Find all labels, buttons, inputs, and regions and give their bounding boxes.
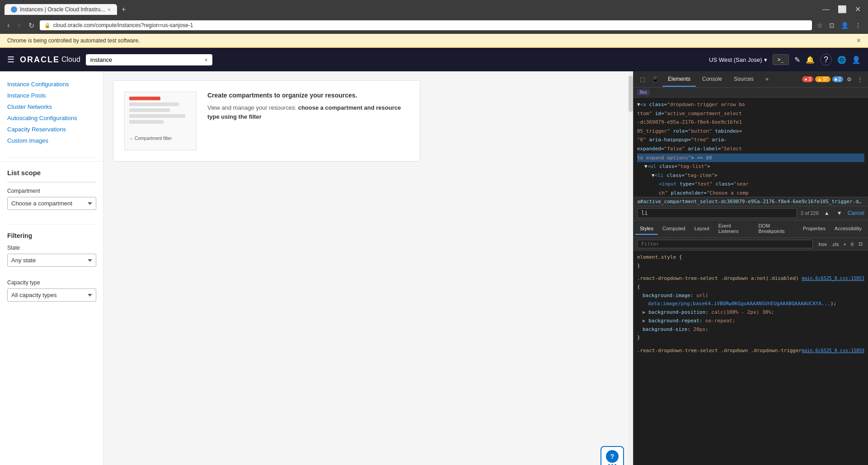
edit-btn[interactable]: ✎ [794, 56, 800, 64]
styles-filter-btns: :hov .cls + ⎘ ⊡ [816, 240, 864, 248]
tab-title: Instances | Oracle Cloud Infrastru... [20, 6, 105, 13]
styles-tab-accessibility[interactable]: Accessibility [830, 223, 866, 235]
devtools-search-bar: 2 of 226 ▲ ▼ Cancel [633, 206, 868, 220]
region-label: US West (San Jose) [709, 56, 762, 63]
devtools-device-btn[interactable]: 📱 [649, 74, 662, 84]
filter-hov-btn[interactable]: :hov [816, 240, 829, 248]
card-image: ← Compartment filter [124, 92, 197, 150]
extensions-btn[interactable]: ⊡ [827, 20, 837, 30]
global-search-bar[interactable]: × [86, 54, 212, 65]
devtools-tab-console[interactable]: Console [697, 72, 727, 87]
card-img-red-line [129, 97, 160, 100]
devtools-tab-elements[interactable]: Elements [662, 72, 696, 87]
card-text-area: Create compartments to organize your res… [207, 92, 409, 121]
css-close-2: } [637, 334, 864, 342]
banner-close-btn[interactable]: × [857, 37, 861, 45]
tab-close-btn[interactable]: × [108, 7, 111, 12]
nav-link-custom-images[interactable]: Custom Images [7, 135, 96, 146]
filter-layout-btn[interactable]: ⊡ [857, 240, 864, 248]
forward-btn[interactable]: › [15, 20, 23, 31]
url-text: cloud.oracle.com/compute/instances?regio… [53, 22, 807, 28]
styles-tab-computed[interactable]: Computed [658, 223, 690, 235]
close-window-btn[interactable]: ✕ [852, 4, 863, 15]
css-close-1: } [637, 262, 864, 270]
oci-app-header: ☰ ORACLE Cloud × US West (San Jose) ▾ >_… [0, 48, 868, 71]
notifications-btn[interactable]: 🔔 [806, 56, 815, 64]
filtering-divider [7, 224, 96, 225]
css-prop-bg-repeat: ▶ background-repeat: no-repeat; [637, 317, 864, 326]
css-link-1[interactable]: main.6c6525_8.css:15053 [802, 274, 864, 282]
card-img-line-2 [129, 108, 170, 112]
restore-btn[interactable]: ⬜ [835, 4, 849, 15]
capacity-type-select[interactable]: All capacity types On-demand capacity Pr… [7, 288, 96, 302]
filter-copy-btn[interactable]: ⎘ [849, 240, 856, 248]
search-cancel-btn[interactable]: Cancel [848, 210, 864, 216]
css-selector-element: element.style { [637, 253, 864, 262]
compartment-select[interactable]: Choose a compartment [7, 197, 96, 210]
devtools-css-rules: element.style { } .react-dropdown-tree-s… [633, 251, 868, 355]
oci-logo-container: ORACLE Cloud [20, 55, 80, 65]
help-btn-header[interactable]: ? [820, 54, 832, 65]
code-line-10: <input type="text" class="sear [637, 180, 864, 189]
region-selector[interactable]: US West (San Jose) ▾ [709, 56, 767, 63]
warning-badge: ▲ 97 [815, 76, 830, 82]
browser-tab-active[interactable]: Instances | Oracle Cloud Infrastru... × [5, 4, 117, 15]
globe-btn[interactable]: 🌐 [837, 56, 846, 64]
card-img-line-3 [129, 114, 185, 118]
code-line-11: ch" placeholder="Choose a comp [637, 189, 864, 197]
devtools-tab-sources[interactable]: Sources [728, 72, 759, 87]
state-select[interactable]: Any state Running Stopped [7, 254, 96, 267]
devtools-menu-btn[interactable]: ⋮ [855, 74, 864, 84]
list-scope-section: List scope Compartment Choose a compartm… [0, 161, 103, 217]
nav-link-cluster-networks[interactable]: Cluster Networks [7, 101, 96, 112]
styles-tab-layout[interactable]: Layout [690, 223, 714, 235]
bookmark-btn[interactable]: ☆ [815, 20, 825, 30]
search-next-btn[interactable]: ▼ [835, 209, 844, 217]
filter-cls-btn[interactable]: .cls [830, 240, 841, 248]
filter-add-btn[interactable]: + [842, 240, 848, 248]
automation-banner: Chrome is being controlled by automated … [0, 34, 868, 48]
main-scrollbar-thumb[interactable] [629, 76, 633, 112]
oracle-logo-text: ORACLE [20, 55, 60, 65]
nav-link-capacity-reservations[interactable]: Capacity Reservations [7, 124, 96, 135]
nav-link-instance-configs[interactable]: Instance Configurations [7, 79, 96, 90]
devtools-settings-btn[interactable]: ⚙ [845, 74, 854, 84]
main-content: ← Compartment filter Create compartments… [104, 71, 633, 465]
styles-filter-input[interactable] [637, 240, 813, 248]
back-btn[interactable]: ‹ [5, 20, 12, 31]
user-profile-btn[interactable]: 👤 [839, 20, 851, 30]
cloud-logo-text: Cloud [61, 56, 80, 64]
main-scrollbar[interactable] [629, 71, 633, 465]
content-wrapper: Instance Configurations Instance Pools C… [0, 71, 868, 465]
styles-tab-dom-breakpoints[interactable]: DOM Breakpoints [754, 220, 798, 237]
nav-divider [7, 157, 96, 158]
error-badge: ● 3 [802, 76, 813, 82]
devtools-panel: ⬚ 📱 Elements Console Sources » ● 3 ▲ 97 … [633, 71, 868, 465]
devtools-search-input[interactable] [637, 208, 797, 218]
css-prop-bg-image: background-image: url( [637, 292, 864, 300]
devtools-inspect-btn[interactable]: ⬚ [637, 74, 648, 84]
refresh-btn[interactable]: ↻ [26, 20, 37, 31]
devtools-code-toolbar: flex [633, 88, 868, 98]
css-prop-bg-size: background-size: 20px; [637, 326, 864, 334]
devtools-tab-more[interactable]: » [760, 72, 774, 87]
info-badge: ■ 2 [832, 76, 843, 82]
css-link-2[interactable]: main.6c6525_8.css:15059 [802, 347, 864, 354]
nav-link-instance-pools[interactable]: Instance Pools [7, 90, 96, 101]
styles-tab-properties[interactable]: Properties [798, 223, 830, 235]
search-clear-icon[interactable]: × [204, 56, 208, 63]
cloud-shell-btn[interactable]: >_ [773, 54, 789, 65]
nav-link-autoscaling[interactable]: Autoscaling Configurations [7, 112, 96, 124]
styles-tab-event-listeners[interactable]: Event Listeners [714, 220, 754, 237]
user-avatar-btn[interactable]: 👤 [852, 56, 861, 64]
hamburger-menu-btn[interactable]: ☰ [7, 55, 14, 65]
search-prev-btn[interactable]: ▲ [822, 209, 831, 217]
minimize-btn[interactable]: — [820, 4, 832, 15]
help-float-btn[interactable]: ? [601, 446, 624, 465]
menu-btn[interactable]: ⋮ [853, 20, 863, 30]
global-search-input[interactable] [90, 56, 202, 63]
new-tab-btn[interactable]: + [118, 3, 129, 16]
left-nav-panel: Instance Configurations Instance Pools C… [0, 71, 104, 465]
styles-tab-styles[interactable]: Styles [635, 223, 658, 235]
address-bar[interactable]: 🔒 cloud.oracle.com/compute/instances?reg… [40, 20, 812, 30]
